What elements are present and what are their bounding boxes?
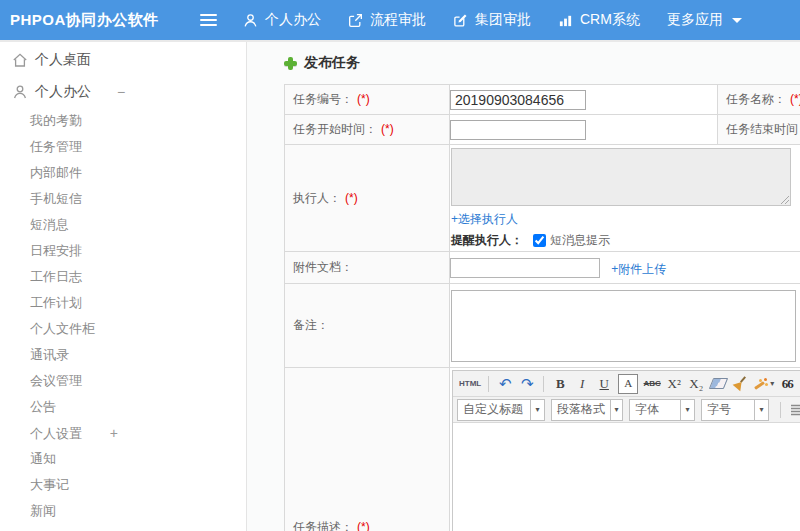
custom-title-select[interactable]: 自定义标题 ▾ — [457, 399, 545, 421]
toolbar-separator — [780, 402, 781, 418]
main-content: 发布任务 任务编号：(*) 任务名称：(*) 任务开始时间：(*) — [247, 42, 800, 531]
remark-label: 备注： — [285, 284, 450, 368]
sms-remind-checkbox[interactable] — [533, 234, 546, 247]
sidebar-item-notification[interactable]: 通知 — [0, 446, 246, 472]
format-brush-button[interactable] — [730, 374, 750, 394]
collapse-icon[interactable]: − — [117, 84, 125, 100]
nav-more-apps[interactable]: 更多应用 — [667, 11, 742, 29]
sidebar-item-label: 通知 — [30, 451, 56, 466]
nav-label: 流程审批 — [370, 11, 426, 29]
superscript-button[interactable]: X² — [664, 374, 684, 394]
sidebar-item-task-management[interactable]: 任务管理 — [0, 134, 246, 160]
sidebar-item-personal-settings[interactable]: 个人设置 + — [0, 420, 246, 446]
page-title-label: 发布任务 — [304, 54, 360, 72]
nav-label: CRM系统 — [580, 11, 640, 29]
table-row: 任务描述：(*) HTML ↶ ↷ B I U A — [285, 368, 800, 531]
sidebar-item-personal-office[interactable]: 个人办公 − — [0, 76, 246, 108]
paragraph-format-select[interactable]: 段落格式 ▾ — [551, 399, 623, 421]
sidebar-item-short-message[interactable]: 短消息 — [0, 212, 246, 238]
sidebar-item-news[interactable]: 新闻 — [0, 498, 246, 524]
html-source-button[interactable]: HTML — [458, 374, 482, 394]
rich-text-editor: HTML ↶ ↷ B I U A ABC X² X₂ — [452, 370, 800, 531]
resize-grip[interactable] — [779, 194, 789, 204]
sidebar-item-personal-files[interactable]: 个人文件柜 — [0, 316, 246, 342]
font-size-select[interactable]: 字号 ▾ — [701, 399, 769, 421]
select-label: 段落格式 — [552, 401, 610, 418]
task-number-label: 任务编号：(*) — [285, 85, 450, 115]
toolbar-separator — [543, 376, 544, 392]
font-family-select[interactable]: 字体 ▾ — [629, 399, 695, 421]
align-left-button[interactable] — [788, 401, 800, 419]
sidebar-item-work-plan[interactable]: 工作计划 — [0, 290, 246, 316]
required-mark: (*) — [357, 520, 370, 531]
required-mark: (*) — [357, 92, 370, 106]
bold-button[interactable]: B — [550, 374, 570, 394]
sidebar-item-meeting-management[interactable]: 会议管理 — [0, 368, 246, 394]
task-number-input[interactable] — [450, 90, 586, 110]
remind-executor-label: 提醒执行人： — [451, 232, 523, 249]
app-logo: PHPOA协同办公软件 — [0, 11, 188, 30]
publish-task-form: 任务编号：(*) 任务名称：(*) 任务开始时间：(*) 任务结束时间：( — [284, 84, 800, 531]
editor-content-area[interactable] — [453, 423, 800, 531]
redo-button[interactable]: ↷ — [517, 374, 537, 394]
required-mark: (*) — [790, 92, 800, 106]
quick-format-button[interactable]: ▾ — [752, 374, 775, 394]
start-time-input[interactable] — [450, 120, 586, 140]
chevron-down-icon: ▾ — [530, 400, 544, 420]
sidebar-item-schedule[interactable]: 日程安排 — [0, 238, 246, 264]
remark-textarea[interactable] — [451, 290, 796, 362]
sidebar-item-label: 个人设置 — [30, 426, 82, 441]
sidebar-item-label: 大事记 — [30, 477, 69, 492]
executor-label: 执行人：(*) — [285, 145, 450, 252]
remove-format-button[interactable] — [708, 374, 728, 394]
attachment-input[interactable] — [450, 258, 600, 278]
editor-toolbar-row-2: 自定义标题 ▾ 段落格式 ▾ 字体 ▾ — [453, 397, 800, 423]
sidebar-item-label: 通讯录 — [30, 347, 69, 362]
magic-wand-icon — [753, 377, 768, 391]
sidebar-item-major-events[interactable]: 大事记 — [0, 472, 246, 498]
expand-icon[interactable]: + — [110, 425, 118, 441]
upload-attachment-link[interactable]: +附件上传 — [611, 262, 666, 276]
sidebar-item-contacts[interactable]: 通讯录 — [0, 342, 246, 368]
align-left-icon — [791, 404, 800, 416]
sidebar-item-announcement[interactable]: 公告 — [0, 394, 246, 420]
task-name-label: 任务名称：(*) — [718, 85, 800, 115]
nav-crm-system[interactable]: CRM系统 — [558, 11, 640, 29]
blockquote-button[interactable]: 66 — [777, 374, 797, 394]
process-approval-icon — [348, 13, 363, 28]
sidebar-item-label: 新闻 — [30, 503, 56, 518]
table-row: 执行人：(*) +选择执行人 提醒执行人： 短消息提示 — [285, 145, 800, 252]
select-executor-link[interactable]: +选择执行人 — [451, 211, 518, 228]
nav-personal-office[interactable]: 个人办公 — [243, 11, 321, 29]
sidebar-item-label: 任务管理 — [30, 139, 82, 154]
subscript-button[interactable]: X₂ — [686, 374, 706, 394]
font-border-button[interactable]: A — [618, 374, 638, 394]
table-row: 备注： — [285, 284, 800, 368]
page-title: 发布任务 — [284, 53, 800, 73]
nav-process-approval[interactable]: 流程审批 — [348, 11, 426, 29]
sidebar-item-my-attendance[interactable]: 我的考勤 — [0, 108, 246, 134]
start-time-label: 任务开始时间：(*) — [285, 115, 450, 145]
editor-toolbar-row-1: HTML ↶ ↷ B I U A ABC X² X₂ — [453, 371, 800, 397]
executor-textarea[interactable] — [451, 148, 791, 206]
sidebar-item-label: 工作日志 — [30, 269, 82, 284]
sidebar-item-work-log[interactable]: 工作日志 — [0, 264, 246, 290]
sidebar-item-label: 手机短信 — [30, 191, 82, 206]
nav-group-approval[interactable]: 集团审批 — [453, 11, 531, 29]
sidebar-item-personal-desktop[interactable]: 个人桌面 — [0, 44, 246, 76]
hamburger-menu-icon[interactable] — [200, 14, 217, 26]
sidebar-item-label: 工作计划 — [30, 295, 82, 310]
chevron-down-icon: ▾ — [754, 400, 768, 420]
sidebar-item-mobile-sms[interactable]: 手机短信 — [0, 186, 246, 212]
undo-button[interactable]: ↶ — [495, 374, 515, 394]
sidebar-item-internal-mail[interactable]: 内部邮件 — [0, 160, 246, 186]
italic-button[interactable]: I — [572, 374, 592, 394]
strikethrough-button[interactable]: ABC — [642, 374, 662, 394]
bar-chart-icon — [558, 13, 573, 28]
app-body: 个人桌面 个人办公 − 我的考勤 任务管理 内部邮件 手机短信 短消息 日程安排… — [0, 40, 800, 531]
sidebar-item-label: 会议管理 — [30, 373, 82, 388]
chevron-down-icon: ▾ — [610, 400, 622, 420]
underline-button[interactable]: U — [594, 374, 614, 394]
sidebar-item-label: 我的考勤 — [30, 113, 82, 128]
select-label: 字号 — [702, 401, 754, 418]
